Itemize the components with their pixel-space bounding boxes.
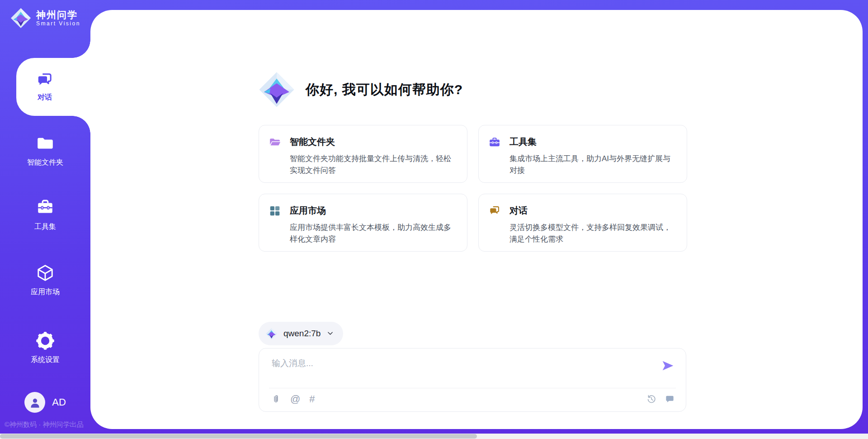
brand-subtitle: Smart Vision [36,20,80,27]
composer-divider [269,388,676,388]
card-title: 对话 [509,205,528,217]
card-title: 工具集 [509,136,537,148]
greeting-block: 你好, 我可以如何帮助你? [258,71,463,109]
card-smart-folder[interactable]: 智能文件夹 智能文件夹功能支持批量文件上传与清洗，轻松实现文件问答 [259,125,467,183]
chevron-down-icon [326,330,334,338]
cube-icon [36,263,55,282]
avatar [24,392,45,413]
scrollbar-thumb[interactable] [0,434,477,439]
send-button[interactable] [660,358,675,373]
send-icon [660,358,675,373]
model-diamond-icon [265,328,278,340]
card-description: 灵活切换多模型文件，支持多样回复效果调试，满足个性化需求 [509,222,674,246]
card-app-market[interactable]: 应用市场 应用市场提供丰富长文本模板，助力高效生成多样化文章内容 [259,194,467,252]
sidebar-item-app-market[interactable]: 应用市场 [0,263,90,297]
folder-open-icon [269,136,281,148]
chat-icon [36,72,53,89]
card-description: 集成市场上主流工具，助力AI与外界无缝扩展与对接 [509,153,674,177]
feature-cards: 智能文件夹 智能文件夹功能支持批量文件上传与清洗，轻松实现文件问答 工具集 集成… [259,125,687,252]
sidebar-item-label: 智能文件夹 [27,158,63,167]
sidebar-item-label: 应用市场 [31,287,60,297]
sidebar-item-chat[interactable]: 对话 [16,58,90,116]
card-description: 应用市场提供丰富长文本模板，助力高效生成多样化文章内容 [290,222,454,246]
history-icon[interactable] [646,394,656,404]
sidebar-item-settings[interactable]: 系统设置 [0,331,90,365]
mention-icon[interactable]: @ [290,394,300,404]
model-selector[interactable]: qwen2:7b [259,322,343,345]
attachment-icon[interactable] [271,394,281,404]
sidebar-item-label: 系统设置 [31,355,60,365]
sidebar-item-smart-folder[interactable]: 智能文件夹 [0,134,90,167]
grid-icon [269,205,281,217]
card-description: 智能文件夹功能支持批量文件上传与清洗，轻松实现文件问答 [290,153,454,177]
toolbox-icon [36,198,55,217]
sidebar: 神州问学 Smart Vision 对话 智能文件夹 工具集 应用市场 系统设置… [0,0,90,439]
card-title: 智能文件夹 [290,136,335,148]
card-chat[interactable]: 对话 灵活切换多模型文件，支持多样回复效果调试，满足个性化需求 [478,194,687,252]
model-name: qwen2:7b [283,329,321,339]
message-composer: @ # [259,348,686,412]
chat-bubble-icon[interactable] [665,394,675,404]
horizontal-scrollbar[interactable] [0,434,868,439]
tab-curve-bottom [72,116,90,134]
tab-curve-top [72,40,90,58]
user-initials: AD [52,396,66,408]
message-input[interactable] [272,358,651,384]
person-icon [29,396,41,409]
brand-logo: 神州问学 Smart Vision [10,7,80,29]
chat-icon [489,205,500,217]
copyright-text: ©神州数码 · 神州问学出品 [5,420,104,429]
user-account[interactable]: AD [0,392,90,413]
greeting-diamond-icon [258,71,296,109]
sidebar-item-toolset[interactable]: 工具集 [0,198,90,232]
toolbox-icon [489,136,500,148]
card-title: 应用市场 [290,205,326,217]
brand-diamond-icon [10,7,32,29]
brand-name: 神州问学 [36,10,80,20]
sidebar-item-label: 对话 [38,93,52,102]
folder-icon [36,134,55,153]
greeting-title: 你好, 我可以如何帮助你? [306,81,463,99]
sidebar-item-label: 工具集 [34,222,56,232]
card-toolset[interactable]: 工具集 集成市场上主流工具，助力AI与外界无缝扩展与对接 [478,125,687,183]
gear-icon [36,331,55,350]
hashtag-icon[interactable]: # [309,394,315,404]
